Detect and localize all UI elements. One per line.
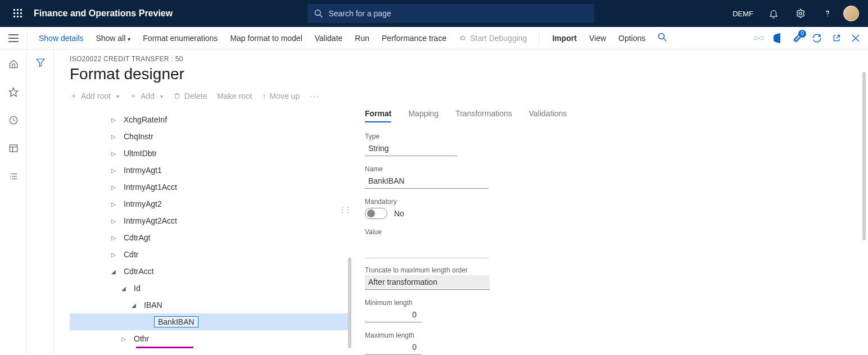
attachment-badge: 0 bbox=[798, 30, 806, 38]
btn-add-root[interactable]: ＋Add root▾ bbox=[70, 91, 119, 101]
tab-validations[interactable]: Validations bbox=[529, 109, 567, 122]
expander-closed-icon[interactable]: ▷ bbox=[110, 252, 117, 258]
cmd-link-icon[interactable] bbox=[754, 35, 763, 42]
expander-closed-icon[interactable]: ▷ bbox=[110, 117, 117, 123]
tree-node[interactable]: ▷UltmtDbtr bbox=[70, 145, 348, 162]
cmd-show-details[interactable]: Show details bbox=[39, 34, 83, 43]
expander-closed-icon[interactable]: ▷ bbox=[110, 151, 117, 157]
content-scrollbar[interactable] bbox=[862, 72, 866, 240]
avatar[interactable] bbox=[843, 6, 859, 21]
cmd-start-debug[interactable]: Start Debugging bbox=[459, 34, 527, 43]
cmd-options[interactable]: Options bbox=[618, 34, 645, 43]
expander-open-icon[interactable]: ◢ bbox=[120, 285, 127, 292]
app-title: Finance and Operations Preview bbox=[34, 8, 173, 19]
svg-point-9 bbox=[315, 10, 321, 16]
field-name: Name BankIBAN bbox=[365, 165, 489, 189]
expander-closed-icon[interactable]: ▷ bbox=[110, 167, 117, 174]
svg-rect-1 bbox=[17, 9, 19, 11]
expander-closed-icon[interactable]: ▷ bbox=[120, 336, 127, 342]
cmd-attachment-icon[interactable]: 0 bbox=[793, 33, 802, 43]
bell-icon[interactable] bbox=[762, 0, 785, 27]
svg-rect-8 bbox=[20, 16, 22, 17]
hamburger-icon[interactable] bbox=[0, 27, 27, 49]
tree-node-label: CdtrAcct bbox=[124, 267, 154, 276]
svg-rect-5 bbox=[20, 12, 22, 14]
expander-closed-icon[interactable]: ▷ bbox=[110, 184, 117, 190]
cmd-format-enum[interactable]: Format enumerations bbox=[143, 34, 218, 43]
tree-node[interactable]: ◢CdtrAcct bbox=[70, 263, 348, 280]
tree-node[interactable]: ▷Othr bbox=[70, 330, 348, 347]
cmd-search-icon[interactable] bbox=[658, 33, 667, 43]
tree-node[interactable]: ▷Cdtr bbox=[70, 246, 348, 263]
tree-node[interactable]: ▷ChqInstr bbox=[70, 128, 348, 145]
tab-mapping[interactable]: Mapping bbox=[408, 109, 438, 122]
tree-node-label: Cdtr bbox=[124, 250, 138, 259]
format-tree: ▷XchgRateInf▷ChqInstr▷UltmtDbtr▷IntrmyAg… bbox=[70, 106, 348, 355]
rail-home-icon[interactable] bbox=[6, 56, 21, 72]
tab-format[interactable]: Format bbox=[365, 109, 391, 122]
command-bar: Show details Show all▾ Format enumeratio… bbox=[0, 27, 868, 49]
cmd-show-all[interactable]: Show all▾ bbox=[96, 34, 130, 43]
mandatory-toggle[interactable] bbox=[365, 208, 387, 219]
type-input[interactable]: String bbox=[365, 142, 458, 156]
cmd-map-format[interactable]: Map format to model bbox=[230, 34, 302, 43]
min-length-input[interactable]: 0 bbox=[365, 308, 421, 322]
cmd-refresh-icon[interactable] bbox=[812, 33, 822, 43]
btn-delete[interactable]: Delete bbox=[173, 92, 207, 101]
tree-node[interactable]: ▷CdtrAgt bbox=[70, 229, 348, 246]
help-icon[interactable] bbox=[816, 0, 839, 27]
cmd-validate[interactable]: Validate bbox=[315, 34, 343, 43]
global-search[interactable] bbox=[308, 4, 594, 23]
expander-closed-icon[interactable]: ▷ bbox=[110, 201, 117, 207]
company-indicator[interactable]: DEMF bbox=[728, 10, 758, 18]
tree-node-label: Id bbox=[134, 284, 141, 293]
mandatory-value: No bbox=[394, 209, 404, 218]
tree-node[interactable]: ▷XchgRateInf bbox=[70, 111, 348, 128]
btn-more[interactable]: ··· bbox=[310, 92, 320, 101]
cmd-close-icon[interactable] bbox=[851, 34, 860, 43]
waffle-icon[interactable] bbox=[4, 0, 31, 27]
svg-rect-4 bbox=[17, 12, 19, 14]
cmd-view[interactable]: View bbox=[589, 34, 606, 43]
search-input[interactable] bbox=[327, 8, 587, 19]
tab-transformations[interactable]: Transformations bbox=[455, 109, 512, 122]
field-mandatory: Mandatory No bbox=[365, 198, 494, 219]
cmd-popout-icon[interactable] bbox=[832, 34, 841, 43]
btn-make-root[interactable]: Make root bbox=[217, 92, 252, 101]
value-input[interactable] bbox=[365, 245, 489, 258]
name-input[interactable]: BankIBAN bbox=[365, 174, 489, 189]
filter-icon[interactable] bbox=[35, 57, 46, 355]
search-icon bbox=[314, 9, 323, 18]
expander-open-icon[interactable]: ◢ bbox=[110, 268, 117, 275]
tree-node[interactable]: ▷IntrmyAgt2Acct bbox=[70, 212, 348, 229]
svg-point-16 bbox=[461, 37, 464, 40]
cmd-office-icon[interactable] bbox=[774, 33, 783, 43]
tree-node[interactable]: ◢IBAN bbox=[70, 297, 348, 313]
svg-marker-37 bbox=[37, 59, 44, 67]
rail-workspaces-icon[interactable] bbox=[6, 140, 21, 156]
gear-icon[interactable] bbox=[789, 0, 812, 27]
cmd-perf-trace[interactable]: Performance trace bbox=[382, 34, 446, 43]
cmd-run[interactable]: Run bbox=[355, 34, 369, 43]
svg-line-20 bbox=[460, 39, 462, 39]
rail-modules-icon[interactable] bbox=[6, 169, 21, 184]
tree-node[interactable]: ▷IntrmyAgt2 bbox=[70, 195, 348, 212]
tree-node[interactable]: ▷IntrmyAgt1 bbox=[70, 162, 348, 179]
splitter-grip[interactable]: ⋮⋮ bbox=[339, 206, 350, 213]
expander-open-icon[interactable]: ◢ bbox=[130, 302, 137, 308]
expander-closed-icon[interactable]: ▷ bbox=[110, 218, 117, 224]
max-length-input[interactable]: 0 bbox=[365, 340, 421, 355]
btn-add[interactable]: ＋Add▾ bbox=[129, 91, 163, 101]
expander-closed-icon[interactable]: ▷ bbox=[110, 134, 117, 140]
svg-line-21 bbox=[464, 39, 465, 39]
tree-node[interactable]: ▷IntrmyAgt1Acct bbox=[70, 179, 348, 195]
btn-move-up[interactable]: ↑Move up bbox=[263, 92, 300, 101]
truncate-select[interactable]: After transformation bbox=[365, 275, 490, 290]
cmd-import[interactable]: Import bbox=[552, 34, 577, 43]
rail-star-icon[interactable] bbox=[6, 84, 21, 100]
rail-recent-icon[interactable] bbox=[6, 112, 21, 128]
tree-node[interactable]: BankIBAN bbox=[70, 313, 348, 330]
tree-node-label: BankIBAN bbox=[154, 316, 198, 327]
expander-closed-icon[interactable]: ▷ bbox=[110, 235, 117, 241]
tree-node[interactable]: ◢Id bbox=[70, 280, 348, 297]
